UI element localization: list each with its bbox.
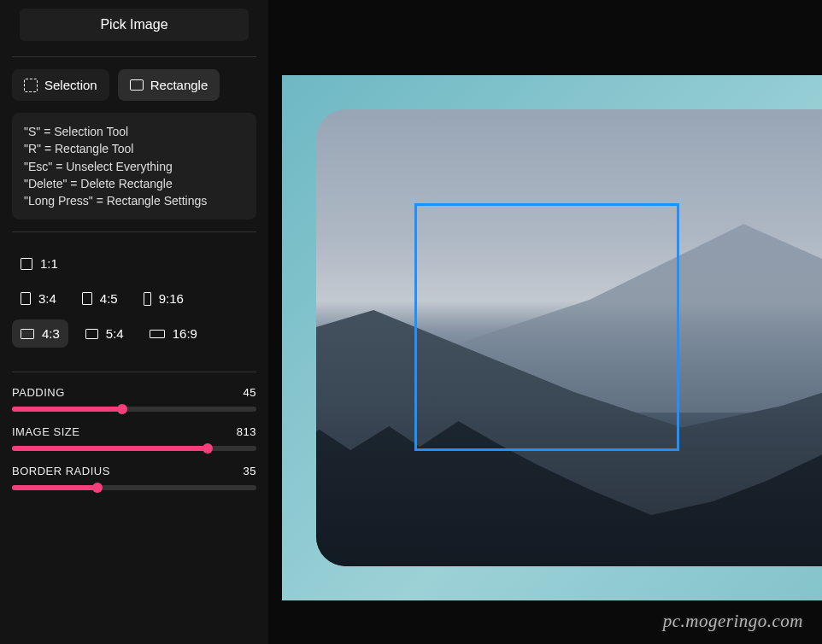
ratio-5-4-button[interactable]: 5:4 bbox=[77, 319, 132, 348]
image-size-slider[interactable] bbox=[12, 446, 256, 451]
ratio-4-3-button[interactable]: 4:3 bbox=[12, 319, 68, 348]
ratio-label: 4:5 bbox=[100, 291, 118, 306]
image-size-value: 813 bbox=[237, 425, 256, 438]
slider-fill bbox=[12, 407, 122, 412]
pick-image-button[interactable]: Pick Image bbox=[20, 9, 249, 41]
padding-label: PADDING bbox=[12, 386, 65, 399]
sidebar: Pick Image Selection Rectangle "S" = Sel… bbox=[0, 0, 268, 644]
ratio-portrait-icon bbox=[82, 292, 92, 305]
ratio-label: 9:16 bbox=[159, 291, 184, 306]
rectangle-tool-label: Rectangle bbox=[150, 78, 208, 92]
selection-icon bbox=[24, 79, 38, 92]
selection-tool-label: Selection bbox=[44, 78, 97, 92]
divider bbox=[12, 372, 256, 372]
slider-fill bbox=[12, 485, 97, 490]
ratio-4-5-button[interactable]: 4:5 bbox=[73, 284, 126, 313]
ratio-label: 5:4 bbox=[106, 326, 124, 341]
divider bbox=[12, 56, 256, 57]
ratio-portrait-icon bbox=[21, 292, 31, 305]
ratio-label: 1:1 bbox=[40, 256, 58, 271]
image-size-label: IMAGE SIZE bbox=[12, 425, 79, 438]
border-radius-slider[interactable] bbox=[12, 485, 256, 490]
watermark-text: pc.mogeringo.com bbox=[663, 611, 803, 632]
border-radius-slider-group: BORDER RADIUS 35 bbox=[12, 465, 256, 490]
keyboard-hints: "S" = Selection Tool "R" = Rectangle Too… bbox=[12, 113, 256, 220]
hint-line: "Delete" = Delete Rectangle bbox=[24, 175, 244, 192]
ratio-label: 16:9 bbox=[173, 326, 197, 341]
hint-line: "S" = Selection Tool bbox=[24, 123, 244, 140]
aspect-ratio-grid: 1:1 3:4 4:5 9:16 4:3 5:4 bbox=[12, 244, 256, 360]
slider-thumb[interactable] bbox=[92, 483, 103, 493]
image-content[interactable] bbox=[316, 109, 822, 566]
ratio-square-icon bbox=[21, 258, 32, 270]
ratio-landscape-icon bbox=[21, 329, 34, 339]
ratio-16-9-button[interactable]: 16:9 bbox=[141, 319, 206, 348]
hint-line: "Long Press" = Rectangle Settings bbox=[24, 192, 244, 209]
padding-slider[interactable] bbox=[12, 407, 256, 412]
padding-value: 45 bbox=[244, 386, 256, 399]
ratio-wide-icon bbox=[150, 330, 165, 338]
selection-tool-button[interactable]: Selection bbox=[12, 69, 109, 101]
hint-line: "R" = Rectangle Tool bbox=[24, 140, 244, 157]
divider bbox=[12, 231, 256, 232]
ratio-label: 4:3 bbox=[42, 326, 60, 341]
image-frame bbox=[282, 75, 822, 600]
tool-row: Selection Rectangle bbox=[12, 69, 256, 101]
padding-slider-group: PADDING 45 bbox=[12, 386, 256, 412]
border-radius-label: BORDER RADIUS bbox=[12, 465, 110, 477]
ratio-tall-icon bbox=[144, 292, 151, 306]
rectangle-icon bbox=[130, 79, 144, 91]
selection-rectangle[interactable] bbox=[414, 203, 679, 451]
hint-line: "Esc" = Unselect Everything bbox=[24, 158, 244, 175]
ratio-label: 3:4 bbox=[38, 291, 56, 306]
ratio-9-16-button[interactable]: 9:16 bbox=[135, 284, 192, 313]
slider-thumb[interactable] bbox=[203, 443, 213, 454]
image-size-slider-group: IMAGE SIZE 813 bbox=[12, 425, 256, 451]
slider-fill bbox=[12, 446, 208, 451]
rectangle-tool-button[interactable]: Rectangle bbox=[118, 69, 220, 101]
slider-thumb[interactable] bbox=[117, 404, 127, 414]
canvas-area[interactable]: pc.mogeringo.com bbox=[268, 0, 822, 644]
border-radius-value: 35 bbox=[244, 465, 256, 477]
ratio-1-1-button[interactable]: 1:1 bbox=[12, 249, 67, 278]
ratio-landscape-icon bbox=[85, 329, 98, 339]
ratio-3-4-button[interactable]: 3:4 bbox=[12, 284, 65, 313]
